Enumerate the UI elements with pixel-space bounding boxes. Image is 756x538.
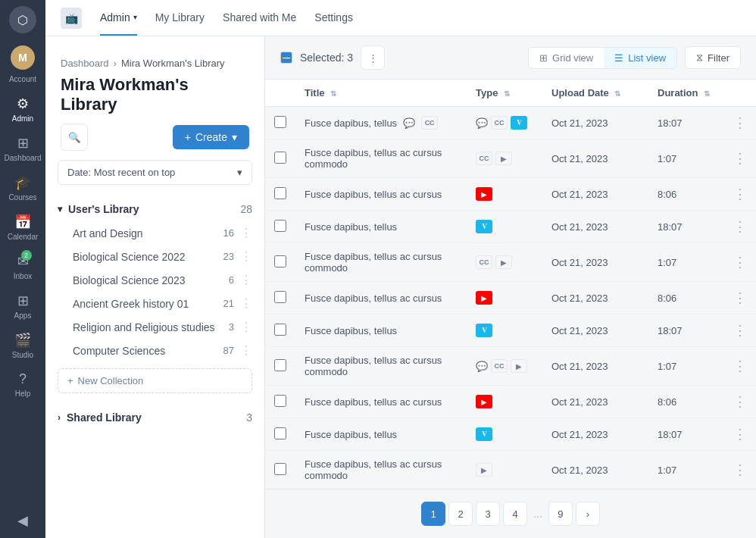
nav-link-settings[interactable]: Settings (314, 1, 353, 36)
table-row: Fusce dapibus, tellus 𝐕 Oct 21, 2023 18:… (265, 211, 756, 243)
item-menu-icon[interactable]: ⋮ (240, 296, 252, 311)
row-checkbox[interactable] (274, 291, 286, 303)
sidebar-item-dashboard[interactable]: ⊞ Dashboard (0, 129, 45, 168)
row-checkbox[interactable] (274, 152, 286, 164)
shared-library-section-header[interactable]: › Shared Library 3 (45, 405, 264, 430)
row-menu-button[interactable]: ⋮ (733, 427, 747, 442)
grid-view-button[interactable]: ⊞ Grid view (529, 48, 604, 68)
plus-icon: + (67, 375, 73, 386)
nav-brand: 📺 (61, 8, 82, 29)
row-menu-button[interactable]: ⋮ (733, 290, 747, 305)
type-cell: 𝐕 (467, 418, 542, 451)
row-checkbox[interactable] (274, 116, 286, 128)
nav-link-admin[interactable]: Admin ▾ (100, 1, 137, 36)
duration-cell: 1:07 (648, 139, 724, 178)
row-title: Fusce dapibus, tellus ac cursus (305, 292, 442, 304)
page-btn-4[interactable]: 4 (503, 502, 527, 526)
filter-button[interactable]: ⧖ Filter (685, 46, 741, 69)
youtube-icon: ▶ (476, 395, 492, 408)
sidebar-item-calendar[interactable]: 📅 Calendar (0, 208, 45, 247)
page-next-button[interactable]: › (576, 502, 600, 526)
item-count: 87 (223, 345, 234, 356)
title-cell: Fusce dapibus, tellus (305, 325, 458, 336)
library-item-bio2023[interactable]: Biological Science 2023 6 ⋮ (45, 268, 264, 292)
table-row: Fusce dapibus, tellus ac cursus commodo … (265, 139, 756, 178)
item-name: Biological Science 2022 (73, 251, 186, 263)
row-menu-button[interactable]: ⋮ (733, 186, 747, 202)
dashboard-icon: ⊞ (17, 135, 29, 152)
library-item-religion[interactable]: Religion and Religious studies 3 ⋮ (45, 315, 264, 339)
cc-icon: CC (476, 255, 492, 269)
sort-icon: ⇅ (330, 89, 336, 98)
page-btn-9[interactable]: 9 (548, 502, 573, 526)
library-item-bio2022[interactable]: Biological Science 2022 23 ⋮ (45, 245, 264, 268)
collapse-sidebar-button[interactable]: ◀ (17, 512, 28, 529)
row-checkbox[interactable] (274, 220, 286, 232)
row-menu-button[interactable]: ⋮ (733, 358, 747, 374)
nav-link-my-library[interactable]: My Library (155, 1, 205, 36)
sidebar-label-inbox: Inbox (14, 272, 32, 280)
sidebar-item-courses[interactable]: 🎓 Courses (0, 168, 45, 208)
sidebar-item-apps[interactable]: ⊞ Apps (0, 286, 45, 326)
table-row: Fusce dapibus, tellus 𝐕 Oct 21, 2023 18:… (265, 314, 756, 347)
row-checkbox[interactable] (274, 187, 286, 199)
row-checkbox[interactable] (274, 255, 286, 267)
sidebar-item-account[interactable]: M Account (0, 39, 45, 89)
nav-link-shared[interactable]: Shared with Me (223, 1, 296, 36)
library-item-cs[interactable]: Computer Sciences 87 ⋮ (45, 339, 264, 362)
row-menu-button[interactable]: ⋮ (733, 115, 747, 130)
page-btn-2[interactable]: 2 (448, 502, 473, 526)
table-row: Fusce dapibus, tellus ac cursus commodo … (265, 451, 756, 490)
row-checkbox[interactable] (274, 359, 286, 371)
sidebar-label-apps: Apps (14, 311, 32, 320)
filter-icon: ⧖ (696, 52, 703, 64)
search-button[interactable]: 🔍 (61, 124, 88, 151)
user-library-section-header[interactable]: ▾ User's Library 28 (45, 197, 264, 221)
cc-icon: CC (421, 116, 438, 130)
select-all-checkbox[interactable]: — (280, 52, 292, 64)
row-checkbox[interactable] (274, 324, 286, 336)
row-menu-button[interactable]: ⋮ (733, 394, 747, 409)
row-menu-button[interactable]: ⋮ (733, 219, 747, 234)
create-button[interactable]: + Create ▾ (173, 125, 249, 149)
table-row: Fusce dapibus, tellus ac cursus commodo … (265, 243, 756, 282)
library-item-art[interactable]: Art and Design 16 ⋮ (45, 221, 264, 245)
cc-icon: CC (491, 116, 508, 130)
row-menu-button[interactable]: ⋮ (733, 151, 747, 166)
duration-cell: 8:06 (648, 178, 724, 211)
minus-icon: — (283, 54, 290, 62)
selection-more-button[interactable]: ⋮ (361, 45, 385, 70)
item-name: Ancient Greek history 01 (73, 298, 189, 310)
sidebar-item-admin[interactable]: ⚙ Admin (0, 89, 45, 129)
item-menu-icon[interactable]: ⋮ (240, 343, 252, 358)
page-btn-3[interactable]: 3 (476, 502, 500, 526)
row-checkbox[interactable] (274, 427, 286, 439)
duration-cell: 8:06 (648, 282, 724, 314)
table-row: Fusce dapibus, tellus ac cursus ▶ Oct 21… (265, 386, 756, 418)
sidebar-item-help[interactable]: ? Help (0, 365, 45, 404)
list-view-button[interactable]: ☰ List view (604, 48, 676, 68)
breadcrumb-parent[interactable]: Dashboard (61, 58, 109, 69)
row-checkbox[interactable] (274, 395, 286, 407)
panel-sidebar: Dashboard › Mira Workman's Library Mira … (45, 36, 265, 538)
table-row: Fusce dapibus, tellus 𝐕 Oct 21, 2023 18:… (265, 418, 756, 451)
sort-dropdown[interactable]: Date: Most recent on top ▾ (58, 160, 252, 185)
sidebar-item-inbox[interactable]: ✉ 2 Inbox (0, 247, 45, 286)
row-menu-button[interactable]: ⋮ (733, 323, 747, 338)
row-menu-button[interactable]: ⋮ (733, 255, 747, 270)
row-checkbox[interactable] (274, 463, 286, 475)
row-title: Fusce dapibus, tellus ac cursus commodo (305, 147, 458, 170)
new-collection-button[interactable]: + New Collection (58, 368, 252, 393)
item-menu-icon[interactable]: ⋮ (240, 226, 252, 240)
page-btn-1[interactable]: 1 (421, 502, 445, 526)
date-cell: Oct 21, 2023 (542, 451, 648, 490)
item-menu-icon[interactable]: ⋮ (240, 249, 252, 264)
library-item-greek[interactable]: Ancient Greek history 01 21 ⋮ (45, 292, 264, 315)
type-cell: ▶ (467, 386, 542, 418)
item-menu-icon[interactable]: ⋮ (240, 273, 252, 287)
duration-cell: 18:07 (648, 314, 724, 347)
col-title: Title ⇅ (295, 80, 467, 107)
item-menu-icon[interactable]: ⋮ (240, 320, 252, 334)
sidebar-item-studio[interactable]: 🎬 Studio (0, 326, 45, 365)
row-menu-button[interactable]: ⋮ (733, 462, 747, 477)
